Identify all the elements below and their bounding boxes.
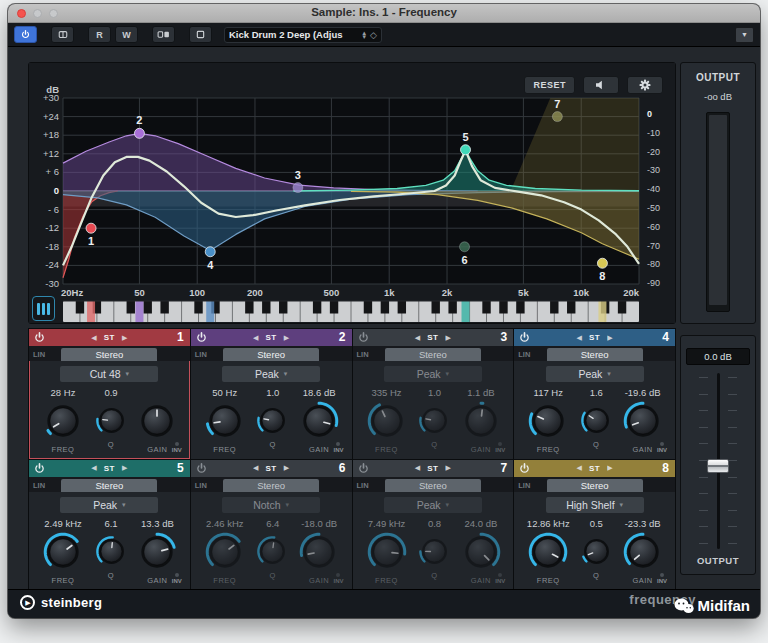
band-next-icon[interactable]: ▶ [445, 334, 450, 342]
tab-stereo[interactable]: Stereo [385, 348, 481, 361]
band-prev-icon[interactable]: ◀ [91, 464, 96, 472]
eq-curve-graph[interactable]: +30+24+18+12+ 60- 6-12-18-24-30dBdB0-10-… [29, 63, 675, 323]
q-value[interactable]: 1.0 [415, 387, 455, 398]
freq-value[interactable]: 7.49 kHz [359, 518, 415, 529]
gain-knob[interactable] [135, 399, 179, 447]
freq-knob[interactable] [41, 530, 85, 578]
band-power-icon[interactable] [519, 332, 530, 343]
tab-stereo[interactable]: Stereo [223, 348, 319, 361]
plugin-power-button[interactable] [14, 26, 37, 43]
q-value[interactable]: 6.4 [253, 518, 293, 529]
gain-value[interactable]: -23.3 dB [616, 518, 669, 529]
band-next-icon[interactable]: ▶ [122, 334, 127, 342]
freq-knob[interactable] [526, 399, 570, 447]
tab-linear[interactable]: LIN [33, 481, 45, 490]
filter-type-select[interactable]: Peak ▾ [60, 497, 158, 513]
gain-value[interactable] [131, 387, 184, 398]
freq-value[interactable]: 2.49 kHz [35, 518, 91, 529]
write-automation-button[interactable]: W [115, 26, 138, 43]
band-next-icon[interactable]: ▶ [607, 464, 612, 472]
preset-stepper[interactable]: ▲▼ [361, 31, 367, 39]
bypass-button[interactable] [51, 26, 74, 43]
q-knob[interactable] [94, 534, 129, 573]
band-prev-icon[interactable]: ◀ [253, 464, 258, 472]
q-value[interactable]: 1.0 [253, 387, 293, 398]
gain-knob[interactable] [621, 399, 665, 447]
band-prev-icon[interactable]: ◀ [577, 334, 582, 342]
filter-type-select[interactable]: Cut 48 ▾ [60, 366, 158, 382]
tab-stereo[interactable]: Stereo [547, 479, 643, 492]
reset-button[interactable]: RESET [524, 76, 575, 94]
band-power-icon[interactable] [34, 332, 45, 343]
tab-linear[interactable]: LIN [518, 350, 530, 359]
q-knob[interactable] [255, 403, 290, 442]
q-value[interactable]: 0.5 [576, 518, 616, 529]
gain-invert-toggle[interactable]: INV [333, 442, 343, 453]
band-next-icon[interactable]: ▶ [607, 334, 612, 342]
gain-knob[interactable] [459, 530, 503, 578]
gain-invert-toggle[interactable]: INV [657, 442, 667, 453]
preset-selector[interactable]: Kick Drum 2 Deep (Adjus ▲▼ ◇ [224, 27, 382, 43]
gain-value[interactable]: -18.0 dB [293, 518, 346, 529]
band-channel-mode[interactable]: ST [589, 333, 600, 342]
tab-linear[interactable]: LIN [518, 481, 530, 490]
freq-value[interactable]: 28 Hz [35, 387, 91, 398]
band-next-icon[interactable]: ▶ [122, 464, 127, 472]
filter-type-select[interactable]: Peak ▾ [384, 497, 482, 513]
gain-knob[interactable] [459, 399, 503, 447]
gain-value[interactable]: 1.1 dB [455, 387, 508, 398]
q-knob[interactable] [579, 534, 614, 573]
freq-knob[interactable] [203, 530, 247, 578]
q-knob[interactable] [255, 534, 290, 573]
freq-value[interactable]: 2.46 kHz [197, 518, 253, 529]
q-value[interactable]: 0.9 [91, 387, 131, 398]
band-channel-mode[interactable]: ST [104, 464, 115, 473]
gain-knob[interactable] [621, 530, 665, 578]
q-value[interactable]: 6.1 [91, 518, 131, 529]
gain-invert-toggle[interactable]: INV [172, 442, 182, 453]
band-channel-mode[interactable]: ST [266, 464, 277, 473]
gain-knob[interactable] [297, 530, 341, 578]
band-channel-mode[interactable]: ST [104, 333, 115, 342]
keyboard-toggle-button[interactable] [32, 296, 55, 321]
tab-linear[interactable]: LIN [357, 350, 369, 359]
tab-stereo[interactable]: Stereo [61, 479, 157, 492]
band-power-icon[interactable] [196, 332, 207, 343]
band-channel-mode[interactable]: ST [427, 464, 438, 473]
freq-value[interactable]: 12.86 kHz [520, 518, 576, 529]
gain-invert-toggle[interactable]: INV [657, 573, 667, 584]
gain-value[interactable]: 13.3 dB [131, 518, 184, 529]
gain-value[interactable]: 24.0 dB [455, 518, 508, 529]
filter-type-select[interactable]: Notch ▾ [222, 497, 320, 513]
gain-invert-toggle[interactable]: INV [495, 573, 505, 584]
band-power-icon[interactable] [519, 463, 530, 474]
band-next-icon[interactable]: ▶ [284, 334, 289, 342]
band-next-icon[interactable]: ▶ [284, 464, 289, 472]
audition-button[interactable] [583, 76, 619, 94]
band-channel-mode[interactable]: ST [589, 464, 600, 473]
freq-knob[interactable] [365, 399, 409, 447]
q-knob[interactable] [417, 534, 452, 573]
tab-stereo[interactable]: Stereo [223, 479, 319, 492]
freq-knob[interactable] [203, 399, 247, 447]
tab-stereo[interactable]: Stereo [385, 479, 481, 492]
tab-stereo[interactable]: Stereo [61, 348, 157, 361]
freq-knob[interactable] [526, 530, 570, 578]
freq-knob[interactable] [365, 530, 409, 578]
tab-linear[interactable]: LIN [357, 481, 369, 490]
q-value[interactable]: 1.6 [576, 387, 616, 398]
plugin-menu-button[interactable]: ▼ [735, 27, 754, 43]
tab-linear[interactable]: LIN [195, 481, 207, 490]
band-power-icon[interactable] [196, 463, 207, 474]
band-channel-mode[interactable]: ST [266, 333, 277, 342]
read-automation-button[interactable]: R [88, 26, 111, 43]
settings-button[interactable] [627, 76, 663, 94]
output-fader[interactable] [695, 373, 741, 549]
gain-value[interactable]: 18.6 dB [293, 387, 346, 398]
band-prev-icon[interactable]: ◀ [415, 464, 420, 472]
q-knob[interactable] [94, 403, 129, 442]
tab-linear[interactable]: LIN [195, 350, 207, 359]
preset-manager-button[interactable] [189, 26, 212, 43]
output-gain-value[interactable]: 0.0 dB [686, 348, 750, 365]
freq-value[interactable]: 335 Hz [359, 387, 415, 398]
